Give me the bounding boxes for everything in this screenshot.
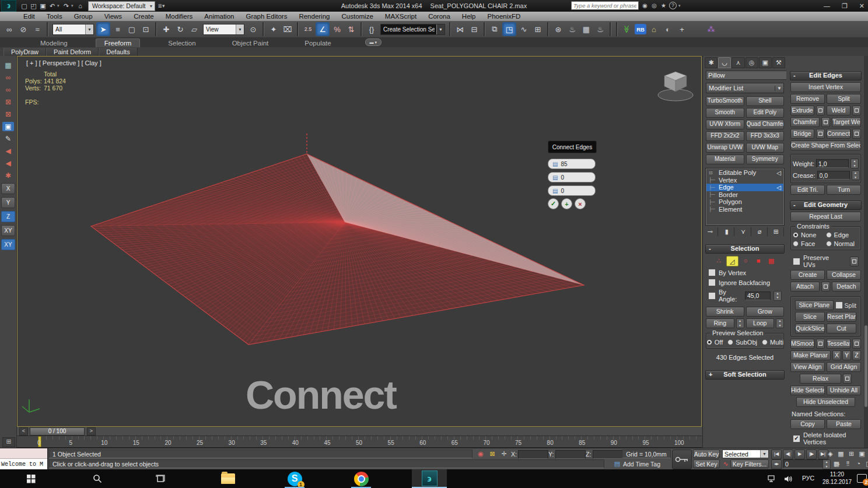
taskbar-search-button[interactable] — [89, 471, 106, 486]
extrude-settings-button[interactable] — [816, 106, 825, 115]
angle-snap-icon[interactable]: ∠ — [316, 22, 330, 36]
tab-modify-icon[interactable]: ◡ — [718, 57, 731, 68]
menu-views[interactable]: Views — [99, 12, 128, 21]
insert-vertex-button[interactable]: Insert Vertex — [790, 82, 861, 92]
ribbon-subtab-polydraw[interactable]: PolyDraw — [4, 48, 46, 56]
network-tray-icon[interactable] — [763, 471, 780, 486]
preview-subobj-radio[interactable]: SubObj — [727, 339, 757, 346]
view-align-button[interactable]: View Align — [790, 362, 825, 372]
application-menu-button[interactable]: ϶ — [1, 0, 16, 12]
restore-button[interactable]: ❐ — [842, 2, 848, 10]
menu-graph-editors[interactable]: Graph Editors — [240, 12, 293, 21]
menu-group[interactable]: Group — [68, 12, 99, 21]
draw-pen-icon[interactable]: ✎ — [2, 134, 14, 143]
snapshot-icon[interactable]: ▣ — [858, 450, 866, 458]
stack-item-vertex[interactable]: ├┄Vertex — [706, 177, 783, 184]
pin-stack-icon[interactable]: ⊸ — [706, 227, 718, 236]
render-setup-icon[interactable]: ♨ — [566, 23, 579, 36]
active-constraint-icon[interactable]: ▣ — [2, 122, 14, 131]
modifier-button-shell[interactable]: Shell — [746, 96, 785, 106]
animation-layers-icon[interactable]: ▦ — [836, 450, 845, 458]
by-angle-checkbox[interactable] — [708, 292, 716, 300]
corona-add-icon[interactable]: + — [676, 23, 688, 36]
ribbon-subtab-paint-deform[interactable]: Paint Deform — [46, 48, 99, 56]
loop-button[interactable]: Loop — [746, 318, 775, 328]
bind-to-space-warp-icon[interactable]: ≈ — [31, 23, 44, 36]
edit-edges-rollout-header[interactable]: -Edit Edges — [790, 71, 862, 80]
previous-frame-button[interactable]: < — [19, 427, 28, 436]
corona-converter-icon[interactable]: ≫ — [621, 23, 634, 36]
make-planar-z-button[interactable]: Z — [852, 350, 861, 360]
next-frame-button[interactable]: > — [87, 427, 96, 436]
task-view-button[interactable] — [152, 471, 169, 486]
close-button[interactable]: ✕ — [859, 2, 864, 10]
axis-xy-button[interactable]: XY — [1, 225, 15, 236]
modifier-button-material[interactable]: Material — [706, 155, 744, 164]
modifier-button-unwrap-uvw[interactable]: Unwrap UVW — [706, 143, 744, 153]
preview-multi-radio[interactable]: Multi — [762, 339, 783, 346]
bridge-settings-button[interactable] — [816, 129, 825, 139]
chamfer-button[interactable]: Chamfer — [790, 117, 820, 127]
tessellate-settings-button[interactable] — [852, 339, 861, 349]
polygon-mode-icon[interactable]: ■ — [753, 256, 764, 265]
layer-manager-icon[interactable]: ⧉ — [488, 23, 501, 36]
msmooth-button[interactable]: MSmooth — [790, 339, 814, 349]
quickslice-button[interactable]: QuickSlice — [795, 324, 825, 333]
grow-button[interactable]: Grow — [746, 307, 785, 317]
slice-button[interactable]: Slice — [795, 312, 825, 322]
project-folder-icon[interactable]: ⌂ — [76, 2, 85, 10]
border-mode-icon[interactable]: ○ — [740, 256, 751, 265]
stack-item-edge[interactable]: ├┄Edge◁ — [706, 184, 783, 191]
remove-modifier-icon[interactable]: ⌀ — [755, 227, 768, 236]
constraint-edge-radio[interactable]: Edge — [826, 231, 859, 238]
by-angle-spinner[interactable]: ▲▼ — [774, 291, 782, 301]
x-coordinate-field[interactable] — [518, 450, 548, 459]
corona-sun-icon[interactable]: ◐ — [662, 23, 674, 36]
priority-warning-icon[interactable]: ‼ — [844, 459, 852, 468]
minimize-button[interactable]: — — [824, 2, 830, 9]
object-name-field[interactable] — [706, 71, 786, 80]
modifier-list-dropdown[interactable]: Modifier List ▼ — [706, 83, 784, 93]
maxscript-mini-listener[interactable]: Welcome to M — [0, 448, 48, 470]
make-planar-button[interactable]: Make Planar — [790, 350, 831, 360]
open-file-icon[interactable]: ◰ — [29, 2, 38, 10]
modifier-button-ffd-2x2x2[interactable]: FFD 2x2x2 — [706, 131, 744, 141]
favorites-icon[interactable]: ★ — [660, 2, 667, 9]
help-icon[interactable]: ? — [669, 2, 677, 9]
relax-button[interactable]: Relax — [800, 374, 841, 384]
key-curve-icon[interactable]: ∿ — [721, 459, 730, 468]
material-editor-icon[interactable]: ⊛ — [552, 23, 565, 36]
action-center-icon[interactable]: 2 — [857, 474, 867, 483]
modifier-button-ffd-3x3x3[interactable]: FFD 3x3x3 — [746, 131, 785, 141]
repeat-last-button[interactable]: Repeat Last — [790, 212, 861, 222]
caddy-ok-button[interactable]: ✓ — [548, 198, 559, 209]
skype-button[interactable]: S1 — [286, 471, 303, 486]
msmooth-settings-button[interactable] — [816, 339, 825, 349]
remove-button[interactable]: Remove — [790, 94, 825, 104]
use-pivot-center-icon[interactable]: ⊙ — [247, 23, 260, 36]
search-history-icon[interactable]: ◉ — [641, 2, 649, 9]
chrome-button[interactable] — [352, 471, 370, 486]
preview-off-radio[interactable]: Off — [706, 339, 723, 346]
edit-geometry-rollout-header[interactable]: -Edit Geometry — [790, 201, 862, 210]
help-icon-caret[interactable]: ▾ — [678, 3, 682, 8]
go-to-start-button[interactable]: |◀ — [771, 450, 782, 459]
ignore-backfacing-checkbox[interactable]: Ignore Backfacing — [708, 279, 782, 286]
named-selection-sets-icon[interactable]: {} — [365, 23, 378, 36]
lock-axis-icon[interactable]: ⊠ — [2, 110, 14, 119]
unlink-selection-icon[interactable]: ⊘ — [17, 23, 30, 36]
constraint-none-radio[interactable]: None — [793, 231, 826, 238]
named-selection-set-dropdown[interactable]: Create Selection Se▼ — [380, 24, 445, 35]
make-unique-icon[interactable]: ⋎ — [738, 227, 751, 236]
vertex-mode-icon[interactable]: ∴ — [713, 256, 724, 265]
split-button[interactable]: Split — [827, 94, 861, 104]
communication-center-icon[interactable]: ◎ — [650, 2, 658, 9]
shrink-button[interactable]: Shrink — [706, 307, 744, 317]
chamfer-settings-button[interactable] — [821, 117, 830, 127]
show-end-result-icon[interactable]: ▮ — [722, 227, 734, 236]
caddy-pinch-field[interactable]: ▤0 — [548, 172, 596, 182]
corona-lister-icon[interactable]: ⌂ — [648, 23, 660, 36]
next-frame-button[interactable]: |▶ — [806, 450, 817, 459]
file-explorer-button[interactable] — [219, 471, 237, 486]
stack-item-element[interactable]: ├┄Element — [706, 206, 783, 213]
